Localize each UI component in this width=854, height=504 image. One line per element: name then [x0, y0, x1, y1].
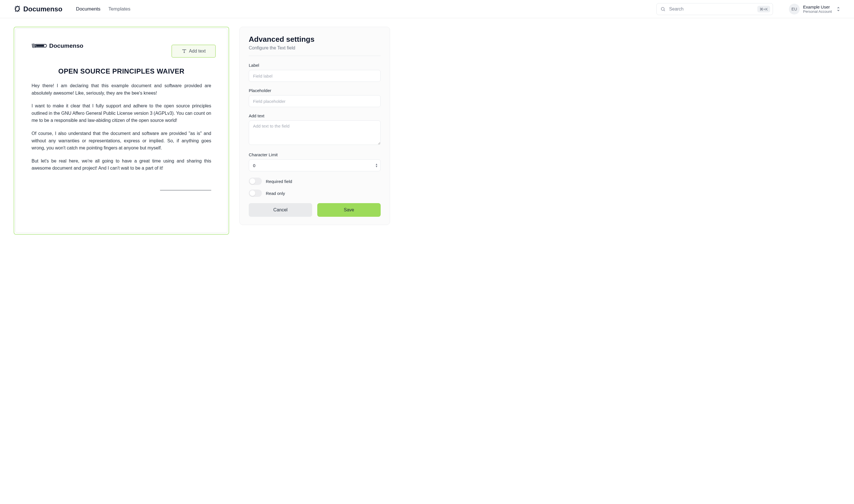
placeholder-input[interactable] — [249, 95, 381, 107]
paragraph: Hey there! I am declaring that this exam… — [32, 82, 211, 96]
pen-icon — [32, 42, 47, 49]
app-header: Documenso Documents Templates ⌘+K EU Exa… — [0, 0, 854, 18]
app-logo[interactable]: Documenso — [14, 5, 62, 13]
paragraph: I want to make it clear that I fully sup… — [32, 102, 211, 124]
save-button[interactable]: Save — [317, 203, 381, 217]
document-page: Documenso Add text OPEN SOURCE PRINCIPLE… — [15, 29, 227, 233]
label-field-label: Label — [249, 63, 381, 68]
placeholder-field-label: Placeholder — [249, 88, 381, 93]
readonly-toggle[interactable] — [249, 190, 262, 197]
addtext-textarea[interactable] — [249, 121, 381, 145]
cancel-button[interactable]: Cancel — [249, 203, 312, 217]
charlimit-field-label: Character Limit — [249, 152, 381, 157]
text-field-placeholder[interactable]: Add text — [171, 44, 216, 58]
charlimit-input[interactable] — [249, 159, 381, 171]
addtext-field-label: Add text — [249, 113, 381, 118]
type-icon — [182, 49, 187, 54]
document-title: OPEN SOURCE PRINCIPLES WAIVER — [32, 67, 211, 75]
nav-templates[interactable]: Templates — [108, 6, 130, 12]
label-input[interactable] — [249, 70, 381, 82]
user-account-type: Personal Account — [803, 10, 832, 14]
paragraph: But let's be real here, we're all going … — [32, 157, 211, 172]
document-body: Hey there! I am declaring that this exam… — [32, 82, 211, 172]
logo-text: Documenso — [23, 5, 62, 13]
chevron-up-down-icon — [836, 6, 840, 12]
search-input[interactable] — [657, 3, 773, 15]
search-shortcut: ⌘+K — [757, 6, 770, 12]
avatar: EU — [789, 4, 800, 15]
main-content: Documenso Add text OPEN SOURCE PRINCIPLE… — [0, 18, 854, 243]
user-name: Example User — [803, 4, 832, 10]
settings-subtitle: Configure the Text field — [249, 46, 381, 56]
required-label: Required field — [266, 179, 292, 184]
main-nav: Documents Templates — [76, 6, 130, 12]
advanced-settings-panel: Advanced settings Configure the Text fie… — [239, 27, 390, 225]
search-box: ⌘+K — [657, 3, 773, 15]
user-menu[interactable]: EU Example User Personal Account — [789, 4, 840, 15]
svg-point-0 — [661, 7, 664, 11]
number-stepper[interactable]: ▲▼ — [375, 163, 378, 168]
required-toggle[interactable] — [249, 178, 262, 185]
readonly-label: Read only — [266, 191, 285, 196]
svg-rect-1 — [36, 45, 44, 47]
document-viewer[interactable]: Documenso Add text OPEN SOURCE PRINCIPLE… — [14, 27, 229, 235]
logo-icon — [14, 5, 21, 13]
paragraph: Of course, I also understand that the do… — [32, 130, 211, 152]
settings-title: Advanced settings — [249, 35, 381, 44]
search-icon — [660, 6, 665, 12]
nav-documents[interactable]: Documents — [76, 6, 100, 12]
